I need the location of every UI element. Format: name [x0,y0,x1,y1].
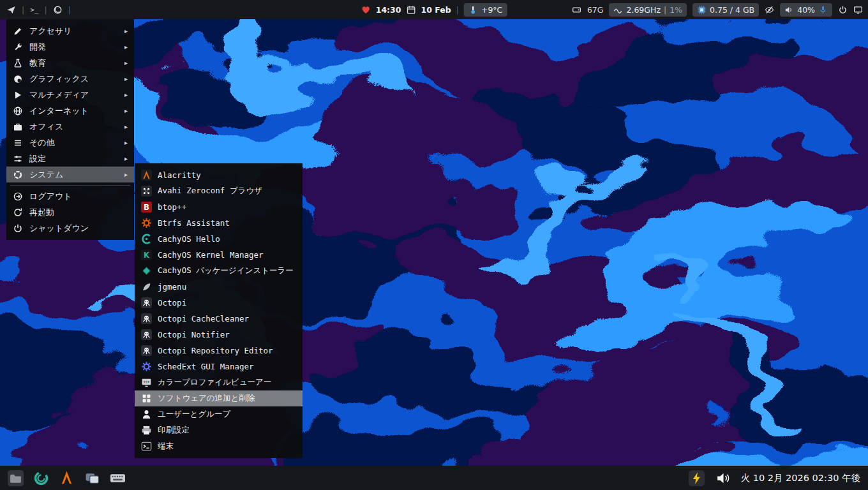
weather-widget[interactable]: +9°C [464,3,507,17]
octopus-icon [141,313,152,324]
submenu-item-software-add-remove[interactable]: ソフトウェアの追加と削除 [135,390,303,406]
separator: | [456,5,459,15]
menu-item-accessories[interactable]: アクセサリ ▸ [6,23,134,39]
file-manager-icon[interactable] [8,470,24,486]
clock-date: 10 Feb [421,5,451,15]
menu-item-graphics[interactable]: グラフィックス ▸ [6,71,134,87]
volume-widget[interactable]: 40% [780,3,832,17]
submenu-item-jgmenu[interactable]: jgmenu [135,279,303,295]
calendar-icon[interactable] [406,5,415,15]
alacritty-icon [141,170,152,181]
paper-plane-icon[interactable] [6,5,16,15]
submenu-item-label: カラープロファイルビューアー [158,377,271,388]
submenu-item-label: ユーザーとグループ [158,409,230,420]
submenu-item-octopi-notifier[interactable]: Octopi Notifier [135,327,303,343]
power-manager-icon[interactable] [689,470,705,486]
system-submenu: Alacritty Avahi Zeroconf ブラウザ B btop++ B… [135,163,303,458]
submenu-item-label: Btrfs Assistant [158,218,230,228]
cpu-widget[interactable]: 2.69GHz | 1% [609,3,687,17]
monitor-icon[interactable] [853,5,863,15]
btop-icon: B [141,202,152,212]
taskbar-app-launchers [8,470,126,486]
submenu-item-label: Octopi Repository Editor [158,346,273,355]
globe-icon [13,106,23,116]
submenu-item-octopi-cachecleaner[interactable]: Octopi CacheCleaner [135,311,303,327]
svg-text:B: B [144,203,149,212]
weather-temperature: +9°C [481,5,502,15]
menu-item-office[interactable]: オフィス ▸ [6,119,134,135]
logout-icon [13,191,23,202]
submenu-item-avahi[interactable]: Avahi Zeroconf ブラウザ [135,183,303,199]
terminal-icon [141,441,152,452]
separator: | [68,5,71,15]
alacritty-taskbar-icon[interactable] [59,470,75,486]
separator: | [22,5,24,15]
menu-item-label: アクセサリ [29,26,72,37]
submenu-item-btrfs-assistant[interactable]: Btrfs Assistant [135,215,303,231]
speaker-taskbar-icon[interactable] [715,470,731,486]
sliders-icon [13,154,23,164]
menu-separator [10,185,130,186]
menu-item-logout[interactable]: ログアウト [6,188,134,204]
submenu-item-label: ソフトウェアの追加と削除 [158,393,255,404]
taskbar: 火 10 2月 2026 02:30 午後 [0,466,868,490]
play-icon [13,90,23,100]
octopus-icon [141,345,152,356]
kernel-icon: K [141,249,152,260]
submenu-item-label: jgmenu [158,282,186,292]
submenu-item-label: Avahi Zeroconf ブラウザ [158,186,262,197]
keyboard-icon[interactable] [110,470,126,486]
menu-item-development[interactable]: 開発 ▸ [6,39,134,55]
menu-item-settings[interactable]: 設定 ▸ [6,151,134,167]
window-app-icon[interactable] [84,470,100,486]
menu-item-restart[interactable]: 再起動 [6,204,134,220]
clock-time: 14:30 [376,5,401,15]
menu-item-education[interactable]: 教育 ▸ [6,55,134,71]
wave-icon [613,5,623,15]
memory-widget[interactable]: 0.75 / 4 GB [692,3,759,17]
menu-item-system[interactable]: システム ▸ [6,167,134,182]
submenu-item-btop[interactable]: B btop++ [135,199,303,215]
submenu-item-cachyos-hello[interactable]: CachyOS Hello [135,231,303,247]
menu-item-internet[interactable]: インターネット ▸ [6,103,134,119]
submenu-item-label: CachyOS Kernel Manager [158,250,264,260]
chevron-right-icon: ▸ [124,75,128,82]
eye-slash-icon[interactable] [765,5,774,15]
power-button-icon[interactable] [838,5,848,15]
submenu-item-package-installer[interactable]: CachyOS パッケージインストーラー [135,263,303,279]
thermometer-icon [468,5,478,15]
submenu-item-print-settings[interactable]: 印刷設定 [135,422,303,438]
terminal-launcher-icon[interactable]: >_ [30,6,38,14]
taskbar-clock[interactable]: 火 10 2月 2026 02:30 午後 [741,472,860,484]
chevron-right-icon: ▸ [124,139,128,146]
menu-item-label: 設定 [29,153,46,165]
menu-item-shutdown[interactable]: シャットダウン [6,220,134,236]
submenu-item-terminal[interactable]: 端末 [135,438,303,454]
menu-item-multimedia[interactable]: マルチメディア ▸ [6,87,134,103]
menu-item-label: 教育 [29,57,46,69]
submenu-item-label: 端末 [158,441,174,452]
microphone-icon [818,5,828,15]
submenu-item-schedext[interactable]: SchedExt GUI Manager [135,359,303,375]
chevron-right-icon: ▸ [124,91,128,98]
submenu-item-octopi-repository-editor[interactable]: Octopi Repository Editor [135,343,303,359]
submenu-item-users-groups[interactable]: ユーザーとグループ [135,406,303,422]
heart-icon[interactable] [361,5,371,15]
submenu-item-label: Octopi Notifier [158,330,230,339]
menu-item-other[interactable]: その他 ▸ [6,135,134,151]
cpu-load: 1% [670,5,682,15]
topbar-status-group: 67G 2.69GHz | 1% 0.75 / 4 GB 40% [572,3,868,17]
power-icon [13,223,23,234]
submenu-item-kernel-manager[interactable]: K CachyOS Kernel Manager [135,247,303,263]
separator: | [664,5,666,15]
submenu-item-alacritty[interactable]: Alacritty [135,167,303,183]
cachyos-logo-icon[interactable] [33,470,49,486]
browser-icon[interactable] [53,5,63,15]
cachyos-icon [141,234,152,244]
network-icon [141,186,152,197]
menu-item-label: 開発 [29,41,46,53]
submenu-item-color-profile-viewer[interactable]: カラープロファイルビューアー [135,375,303,390]
package-icon [141,265,152,276]
submenu-item-octopi[interactable]: Octopi [135,295,303,311]
menu-item-label: 再起動 [29,207,54,218]
